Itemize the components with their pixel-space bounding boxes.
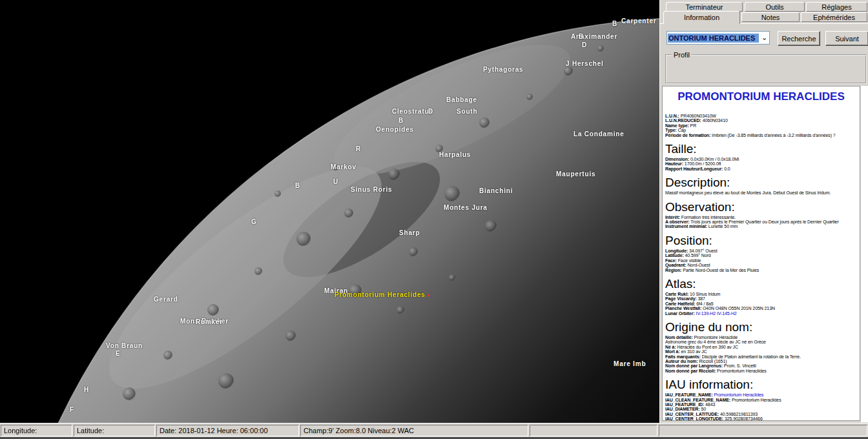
moon-feature-label[interactable]: Promontorium Heraclides: [335, 291, 429, 298]
doc-line-label: Name type:: [665, 123, 689, 128]
doc-line-value: 34.097° Ouest: [689, 249, 718, 253]
moon-feature-label[interactable]: U: [333, 178, 338, 185]
profil-groupbox: [665, 54, 867, 84]
doc-line-label: L.U.N.REDUCED:: [665, 118, 701, 123]
doc-line: Carte Hatfield: 6f4 / 8a5: [665, 301, 857, 306]
moon-feature-label[interactable]: D: [428, 108, 433, 115]
tab-notes[interactable]: Notes: [741, 12, 800, 22]
moon-feature-label[interactable]: Markov: [331, 163, 356, 170]
doc-line-label: Lunar Orbiter:: [665, 311, 695, 316]
moon-feature-label[interactable]: Sharp: [399, 229, 420, 236]
moon-feature-label[interactable]: Rumker: [196, 318, 223, 325]
doc-line-label: Hauteur:: [665, 161, 683, 166]
recherche-button[interactable]: Recherche: [778, 31, 820, 46]
moon-feature-label[interactable]: Bianchini: [479, 187, 513, 194]
moon-feature-label[interactable]: Harpalus: [439, 151, 471, 158]
feature-search-value[interactable]: ONTORIUM HERACLIDES: [668, 34, 759, 43]
doc-line-value: 50: [701, 407, 706, 411]
tab-outils[interactable]: Outils: [745, 2, 805, 12]
moon-feature-label[interactable]: Sinus Roris: [351, 186, 392, 193]
doc-line: Né à: Héraclée du Pont en 390 av JC: [665, 345, 857, 349]
doc-line-value: 10 Sinus Iridum: [690, 292, 720, 296]
doc-line-value: Imbrien (De -3.85 milliards d'années à -…: [712, 133, 836, 138]
moon-feature-label[interactable]: E: [116, 350, 120, 357]
moon-feature-label[interactable]: B: [612, 20, 617, 27]
moon-feature-label[interactable]: Cleostratus: [392, 108, 433, 115]
moon-feature-label[interactable]: Maupertuis: [556, 170, 595, 178]
moon-feature-label[interactable]: Mare Imb: [614, 360, 646, 367]
doc-line-link[interactable]: Promontorium Heraclides: [714, 393, 763, 397]
feature-search-combobox[interactable]: ONTORIUM HERACLIDES ⌄: [666, 31, 770, 45]
doc-line: Lunar Orbiter: IV-139-H2 IV-145-H2: [665, 311, 857, 316]
doc-line-value: 40.5986219811393: [720, 412, 758, 416]
doc-line-value: Promontorium Heraclides: [717, 369, 767, 373]
status-empty-2: [659, 425, 867, 436]
doc-line: IAU_CLEAN_FEATURE_NAME: Promontorium Her…: [665, 398, 857, 402]
doc-line-label: Instrument minimal:: [665, 224, 707, 229]
moon-feature-label[interactable]: Carpenter: [621, 17, 656, 25]
doc-line-value: Lunette 50 mm: [708, 224, 738, 229]
moon-feature-label[interactable]: D: [582, 41, 587, 48]
moon-feature-label[interactable]: J Herschel: [566, 60, 604, 67]
doc-section-heading: Observation:: [665, 200, 857, 214]
doc-line: Longitude: 34.097° Ouest: [665, 249, 857, 253]
doc-line-label: Dimension:: [665, 157, 689, 161]
doc-line-label: Carte Hatfield:: [665, 301, 695, 306]
doc-line-label: Quadrant:: [665, 263, 687, 267]
moon-feature-label[interactable]: H: [84, 386, 89, 393]
moon-feature-label[interactable]: Anaximander: [571, 33, 617, 40]
tab-ephemerides[interactable]: Ephémérides: [801, 12, 867, 22]
moon-feature-label[interactable]: R: [356, 145, 361, 152]
doc-line-value: Trois jours après le Premier Quartier ou…: [690, 220, 838, 224]
doc-line: Nom donné par Langrenus: Prom. S. Vincet…: [665, 363, 857, 368]
doc-line-value: 4843: [705, 402, 715, 407]
moon-feature-label[interactable]: F: [70, 406, 74, 413]
moon-feature-label[interactable]: B: [579, 33, 584, 40]
tab-information[interactable]: Information: [663, 11, 740, 24]
doc-line: Quadrant: Nord-Ouest: [665, 263, 857, 267]
status-longitude: Longitude:: [1, 425, 72, 436]
moon-feature-label[interactable]: Pythagoras: [483, 66, 523, 73]
moon-feature-label[interactable]: Oenopides: [376, 126, 414, 133]
doc-line-label: IAU_CENTER_LATITUDE:: [665, 412, 719, 416]
moon-feature-label[interactable]: Von Braun: [106, 342, 143, 349]
chevron-down-icon[interactable]: ⌄: [760, 32, 769, 43]
status-view-info: Champ:9' Zoom:8.0 Niveau:2 WAC: [300, 425, 528, 436]
doc-line-value: Face visible: [678, 258, 701, 263]
doc-line-link[interactable]: IV-139-H2: [696, 311, 716, 316]
doc-line: IAU_FEATURE_NAME: Promontorium Heraclide…: [665, 393, 857, 397]
doc-line-label: Rapport Hauteur/Longueur:: [665, 167, 723, 171]
doc-line-value: Riccioli (1651): [699, 359, 727, 363]
doc-section-heading: Taille:: [665, 142, 857, 156]
doc-line-label: Carte Rukl:: [665, 292, 688, 296]
moon-feature-label[interactable]: Babbage: [446, 96, 477, 103]
moon-feature-label[interactable]: B: [398, 117, 404, 124]
doc-line-label: IAU_CENTER_LONGITUDE:: [665, 416, 723, 421]
tab-reglages[interactable]: Réglages: [806, 2, 867, 12]
doc-line-value: Cap: [678, 128, 687, 132]
doc-line-value: Promontoire Héraclide: [694, 335, 738, 340]
moon-map-view[interactable]: CarpenterBAnaximanderBDJ HerschelPythago…: [0, 0, 659, 423]
doc-line-label: Auteur du nom:: [665, 359, 698, 363]
suivant-button[interactable]: Suivant: [825, 31, 868, 46]
tab-terminateur[interactable]: Terminateur: [666, 2, 743, 12]
feature-info-document[interactable]: PROMONTORIUM HERACLIDES L.U.N.: PR4060N0…: [662, 86, 860, 421]
doc-right-strip: [861, 86, 868, 422]
moon-feature-label[interactable]: B: [295, 182, 300, 189]
doc-line-link[interactable]: IV-145-H2: [717, 311, 737, 316]
moon-feature-label[interactable]: South: [457, 108, 477, 115]
doc-line: Période de formation: Imbrien (De -3.85 …: [665, 133, 857, 138]
doc-line-label: Planche Westfall:: [665, 306, 701, 311]
doc-line: IAU_FEATURE_ID: 4843: [665, 402, 857, 407]
doc-line-label: IAU_DIAMETER:: [665, 407, 700, 411]
side-panel: Terminateur Outils Réglages Information …: [659, 0, 868, 423]
moon-feature-label[interactable]: La Condamine: [574, 130, 625, 138]
doc-line-value: Promontorium Heraclides: [732, 398, 781, 402]
moon-feature-label[interactable]: G: [251, 218, 257, 225]
doc-line-value: Nord-Ouest: [687, 263, 710, 267]
moon-feature-label[interactable]: Montes Jura: [444, 204, 488, 211]
doc-line: Planche Westfall: O40N O48N O55N 201N 20…: [665, 306, 857, 311]
moon-feature-label[interactable]: Gerard: [154, 296, 178, 303]
doc-line-label: Période de formation:: [665, 133, 710, 138]
doc-section-heading: Position:: [665, 234, 857, 247]
